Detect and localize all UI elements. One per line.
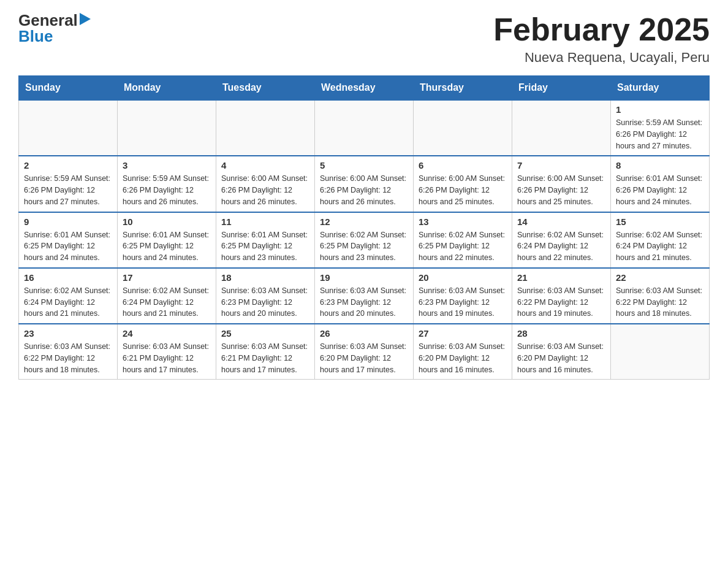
day-info: Sunrise: 6:02 AM Sunset: 6:24 PM Dayligh… bbox=[123, 285, 211, 320]
day-info: Sunrise: 5:59 AM Sunset: 6:26 PM Dayligh… bbox=[616, 117, 704, 151]
logo: General Blue bbox=[18, 12, 91, 44]
calendar-cell: 10Sunrise: 6:01 AM Sunset: 6:25 PM Dayli… bbox=[118, 212, 216, 268]
day-number: 5 bbox=[320, 160, 408, 170]
day-number: 8 bbox=[616, 160, 704, 170]
calendar-cell: 15Sunrise: 6:02 AM Sunset: 6:24 PM Dayli… bbox=[611, 212, 710, 268]
day-info: Sunrise: 6:02 AM Sunset: 6:24 PM Dayligh… bbox=[616, 229, 704, 264]
calendar-week-1: 1Sunrise: 5:59 AM Sunset: 6:26 PM Daylig… bbox=[19, 100, 710, 156]
calendar-cell: 4Sunrise: 6:00 AM Sunset: 6:26 PM Daylig… bbox=[216, 156, 315, 212]
day-number: 26 bbox=[320, 328, 408, 339]
calendar-cell: 3Sunrise: 5:59 AM Sunset: 6:26 PM Daylig… bbox=[118, 156, 216, 212]
day-info: Sunrise: 6:03 AM Sunset: 6:21 PM Dayligh… bbox=[123, 341, 211, 375]
calendar-cell: 5Sunrise: 6:00 AM Sunset: 6:26 PM Daylig… bbox=[315, 156, 414, 212]
calendar-cell: 14Sunrise: 6:02 AM Sunset: 6:24 PM Dayli… bbox=[512, 212, 611, 268]
day-info: Sunrise: 6:02 AM Sunset: 6:25 PM Dayligh… bbox=[320, 229, 408, 264]
weekday-header-wednesday: Wednesday bbox=[315, 76, 414, 101]
calendar-table: SundayMondayTuesdayWednesdayThursdayFrid… bbox=[18, 75, 710, 380]
calendar-cell: 9Sunrise: 6:01 AM Sunset: 6:25 PM Daylig… bbox=[19, 212, 118, 268]
calendar-cell bbox=[414, 100, 512, 156]
calendar-cell: 19Sunrise: 6:03 AM Sunset: 6:23 PM Dayli… bbox=[315, 268, 414, 324]
calendar-cell: 26Sunrise: 6:03 AM Sunset: 6:20 PM Dayli… bbox=[315, 324, 414, 380]
day-number: 19 bbox=[320, 272, 408, 283]
calendar-cell: 18Sunrise: 6:03 AM Sunset: 6:23 PM Dayli… bbox=[216, 268, 315, 324]
day-info: Sunrise: 6:03 AM Sunset: 6:23 PM Dayligh… bbox=[320, 285, 408, 320]
day-number: 16 bbox=[24, 272, 112, 283]
day-number: 28 bbox=[517, 328, 605, 339]
calendar-week-5: 23Sunrise: 6:03 AM Sunset: 6:22 PM Dayli… bbox=[19, 324, 710, 380]
calendar-cell: 1Sunrise: 5:59 AM Sunset: 6:26 PM Daylig… bbox=[611, 100, 710, 156]
calendar-cell: 22Sunrise: 6:03 AM Sunset: 6:22 PM Dayli… bbox=[611, 268, 710, 324]
calendar-week-4: 16Sunrise: 6:02 AM Sunset: 6:24 PM Dayli… bbox=[19, 268, 710, 324]
calendar-cell bbox=[512, 100, 611, 156]
title-block: February 2025 Nueva Requena, Ucayali, Pe… bbox=[493, 12, 710, 66]
calendar-cell: 25Sunrise: 6:03 AM Sunset: 6:21 PM Dayli… bbox=[216, 324, 315, 380]
calendar-cell: 6Sunrise: 6:00 AM Sunset: 6:26 PM Daylig… bbox=[414, 156, 512, 212]
calendar-cell: 7Sunrise: 6:00 AM Sunset: 6:26 PM Daylig… bbox=[512, 156, 611, 212]
day-info: Sunrise: 6:03 AM Sunset: 6:21 PM Dayligh… bbox=[221, 341, 309, 375]
day-info: Sunrise: 6:00 AM Sunset: 6:26 PM Dayligh… bbox=[221, 173, 309, 207]
calendar-cell: 27Sunrise: 6:03 AM Sunset: 6:20 PM Dayli… bbox=[414, 324, 512, 380]
day-number: 11 bbox=[221, 216, 309, 227]
calendar-cell bbox=[118, 100, 216, 156]
day-number: 17 bbox=[123, 272, 211, 283]
day-info: Sunrise: 6:01 AM Sunset: 6:25 PM Dayligh… bbox=[123, 229, 211, 264]
day-info: Sunrise: 6:02 AM Sunset: 6:24 PM Dayligh… bbox=[517, 229, 605, 264]
weekday-header-monday: Monday bbox=[118, 76, 216, 101]
day-info: Sunrise: 5:59 AM Sunset: 6:26 PM Dayligh… bbox=[24, 173, 112, 207]
calendar-week-2: 2Sunrise: 5:59 AM Sunset: 6:26 PM Daylig… bbox=[19, 156, 710, 212]
day-info: Sunrise: 6:01 AM Sunset: 6:25 PM Dayligh… bbox=[221, 229, 309, 264]
location-title: Nueva Requena, Ucayali, Peru bbox=[493, 50, 710, 66]
svg-marker-0 bbox=[80, 13, 91, 25]
calendar-cell bbox=[611, 324, 710, 380]
calendar-cell: 24Sunrise: 6:03 AM Sunset: 6:21 PM Dayli… bbox=[118, 324, 216, 380]
day-number: 18 bbox=[221, 272, 309, 283]
calendar-cell: 21Sunrise: 6:03 AM Sunset: 6:22 PM Dayli… bbox=[512, 268, 611, 324]
weekday-header-friday: Friday bbox=[512, 76, 611, 101]
day-info: Sunrise: 6:02 AM Sunset: 6:25 PM Dayligh… bbox=[419, 229, 507, 264]
calendar-cell: 2Sunrise: 5:59 AM Sunset: 6:26 PM Daylig… bbox=[19, 156, 118, 212]
day-info: Sunrise: 6:00 AM Sunset: 6:26 PM Dayligh… bbox=[517, 173, 605, 207]
day-info: Sunrise: 5:59 AM Sunset: 6:26 PM Dayligh… bbox=[123, 173, 211, 207]
day-number: 12 bbox=[320, 216, 408, 227]
day-number: 21 bbox=[517, 272, 605, 283]
month-year-title: February 2025 bbox=[493, 12, 710, 47]
calendar-cell bbox=[19, 100, 118, 156]
logo-general-text: General bbox=[18, 12, 78, 28]
day-info: Sunrise: 6:03 AM Sunset: 6:22 PM Dayligh… bbox=[24, 341, 112, 375]
calendar-cell: 23Sunrise: 6:03 AM Sunset: 6:22 PM Dayli… bbox=[19, 324, 118, 380]
day-number: 27 bbox=[419, 328, 507, 339]
weekday-header-sunday: Sunday bbox=[19, 76, 118, 101]
calendar-cell: 17Sunrise: 6:02 AM Sunset: 6:24 PM Dayli… bbox=[118, 268, 216, 324]
day-number: 7 bbox=[517, 160, 605, 170]
day-number: 14 bbox=[517, 216, 605, 227]
day-number: 3 bbox=[123, 160, 211, 170]
day-info: Sunrise: 6:00 AM Sunset: 6:26 PM Dayligh… bbox=[320, 173, 408, 207]
day-info: Sunrise: 6:03 AM Sunset: 6:20 PM Dayligh… bbox=[419, 341, 507, 375]
day-info: Sunrise: 6:00 AM Sunset: 6:26 PM Dayligh… bbox=[419, 173, 507, 207]
calendar-cell: 16Sunrise: 6:02 AM Sunset: 6:24 PM Dayli… bbox=[19, 268, 118, 324]
day-info: Sunrise: 6:03 AM Sunset: 6:20 PM Dayligh… bbox=[320, 341, 408, 375]
calendar-cell: 28Sunrise: 6:03 AM Sunset: 6:20 PM Dayli… bbox=[512, 324, 611, 380]
day-info: Sunrise: 6:03 AM Sunset: 6:23 PM Dayligh… bbox=[419, 285, 507, 320]
day-number: 1 bbox=[616, 104, 704, 115]
weekday-header-thursday: Thursday bbox=[414, 76, 512, 101]
day-info: Sunrise: 6:03 AM Sunset: 6:22 PM Dayligh… bbox=[517, 285, 605, 320]
page-header: General Blue February 2025 Nueva Requena… bbox=[18, 12, 710, 66]
weekday-header-row: SundayMondayTuesdayWednesdayThursdayFrid… bbox=[19, 76, 710, 101]
day-info: Sunrise: 6:01 AM Sunset: 6:26 PM Dayligh… bbox=[616, 173, 704, 207]
day-number: 9 bbox=[24, 216, 112, 227]
calendar-cell: 11Sunrise: 6:01 AM Sunset: 6:25 PM Dayli… bbox=[216, 212, 315, 268]
day-number: 10 bbox=[123, 216, 211, 227]
day-info: Sunrise: 6:03 AM Sunset: 6:22 PM Dayligh… bbox=[616, 285, 704, 320]
logo-blue-text: Blue bbox=[18, 28, 53, 44]
day-info: Sunrise: 6:02 AM Sunset: 6:24 PM Dayligh… bbox=[24, 285, 112, 320]
day-number: 13 bbox=[419, 216, 507, 227]
calendar-cell bbox=[315, 100, 414, 156]
day-number: 20 bbox=[419, 272, 507, 283]
calendar-cell bbox=[216, 100, 315, 156]
day-number: 22 bbox=[616, 272, 704, 283]
day-number: 6 bbox=[419, 160, 507, 170]
day-number: 4 bbox=[221, 160, 309, 170]
day-info: Sunrise: 6:01 AM Sunset: 6:25 PM Dayligh… bbox=[24, 229, 112, 264]
calendar-cell: 13Sunrise: 6:02 AM Sunset: 6:25 PM Dayli… bbox=[414, 212, 512, 268]
